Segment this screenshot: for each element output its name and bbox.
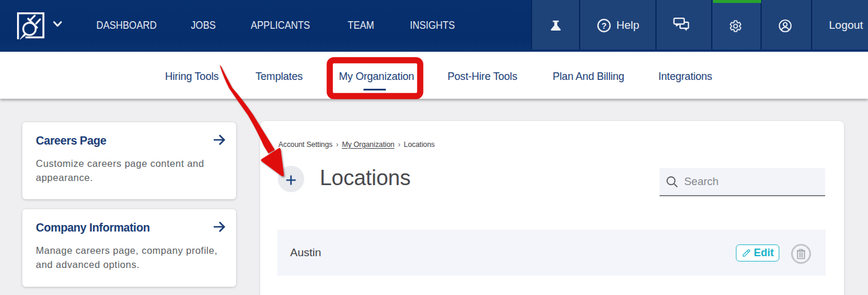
svg-text:?: ? — [601, 21, 607, 30]
